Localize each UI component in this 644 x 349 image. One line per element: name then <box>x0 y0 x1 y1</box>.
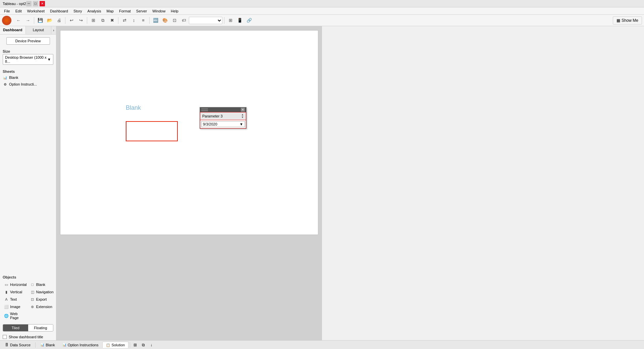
param-dropdown-arrow: ▼ <box>239 122 243 126</box>
menu-dashboard[interactable]: Dashboard <box>47 8 71 14</box>
object-extension-label: Extension <box>36 305 52 309</box>
sort-button[interactable]: ↕ <box>129 16 138 25</box>
selection-box <box>126 121 178 141</box>
menu-format[interactable]: Format <box>116 8 133 14</box>
toolbar-separator-5 <box>149 17 150 24</box>
status-tab-solution[interactable]: 📋 Solution <box>102 342 128 348</box>
object-horizontal[interactable]: ▭ Horizontal <box>3 281 28 288</box>
clear-button[interactable]: ✖ <box>108 16 116 25</box>
menu-worksheet[interactable]: Worksheet <box>24 8 47 14</box>
toolbar: ← → 💾 📂 🖨 ↩ ↪ ⊞ ⧉ ✖ ⇄ ↕ ≡ 🔤 🎨 ⊡ 🏷 ⊞ 📱 🔗 … <box>0 15 644 26</box>
print-button[interactable]: 🖨 <box>55 16 63 25</box>
size-btn2[interactable]: ⊡ <box>170 16 179 25</box>
color-button[interactable]: 🎨 <box>161 16 169 25</box>
dashboard-canvas: Blank ✕ Parameter 3 ▲ ▼ <box>60 30 318 235</box>
param-header: Parameter 3 ▲ ▼ <box>200 112 246 120</box>
param-down-arrow[interactable]: ▼ <box>241 116 244 119</box>
object-extension[interactable]: ⊕ Extension <box>29 303 55 310</box>
menu-map[interactable]: Map <box>104 8 116 14</box>
grip-line-3 <box>201 111 208 111</box>
object-export-label: Export <box>36 297 47 301</box>
forward-button[interactable]: → <box>23 16 32 25</box>
device-button[interactable]: 📱 <box>235 16 244 25</box>
object-navigation[interactable]: ◫ Navigation <box>29 289 55 295</box>
size-dropdown-arrow: ▼ <box>47 57 51 61</box>
tab-dashboard[interactable]: Dashboard <box>0 26 26 34</box>
mark-type-select[interactable] <box>189 17 222 24</box>
new-sheet-button[interactable]: ⊞ <box>131 341 139 349</box>
label-btn[interactable]: 🏷 <box>179 16 188 25</box>
status-bar: 🗄 Data Source 📊 Blank 📊 Option Instructi… <box>0 340 644 349</box>
object-webpage[interactable]: 🌐 Web Page <box>3 311 28 321</box>
status-tab-datasource[interactable]: 🗄 Data Source <box>1 342 34 348</box>
open-button[interactable]: 📂 <box>45 16 54 25</box>
show-dashboard-title-row: Show dashboard title <box>0 334 56 340</box>
param-arrows[interactable]: ▲ ▼ <box>241 113 244 119</box>
sheets-section-label: Sheets <box>0 67 56 74</box>
undo-button[interactable]: ↩ <box>67 16 76 25</box>
close-button[interactable]: ✕ <box>40 1 45 6</box>
menu-edit[interactable]: Edit <box>13 8 24 14</box>
toolbar-separator-6 <box>224 17 224 24</box>
canvas-area: Blank ✕ Parameter 3 ▲ ▼ <box>56 26 322 340</box>
tab-layout[interactable]: Layout <box>26 26 52 34</box>
title-bar-text: Tableau - opt2 <box>3 2 26 6</box>
duplicate-button[interactable]: ⧉ <box>98 16 107 25</box>
sheet-item-blank[interactable]: 📊 Blank <box>0 74 56 81</box>
object-vertical[interactable]: ▮ Vertical <box>3 289 28 295</box>
status-tab-blank[interactable]: 📊 Blank <box>37 342 58 348</box>
new-datasource-button[interactable]: ⊞ <box>89 16 98 25</box>
param-value-dropdown[interactable]: 9/3/2020 ▼ <box>201 121 245 127</box>
status-tab-option-instructions[interactable]: 📊 Option Instructions <box>59 342 102 348</box>
main-layout: Dashboard Layout › Device Preview Size D… <box>0 26 644 340</box>
filter-button[interactable]: ≡ <box>139 16 148 25</box>
panel-tab-arrow[interactable]: › <box>51 26 56 34</box>
menu-story[interactable]: Story <box>71 8 85 14</box>
param-close-button[interactable]: ✕ <box>241 108 245 112</box>
show-me-button[interactable]: ▦ Show Me <box>613 16 642 24</box>
maximize-button[interactable]: □ <box>33 1 38 6</box>
redo-button[interactable]: ↪ <box>76 16 85 25</box>
fit-button[interactable]: ⊞ <box>226 16 235 25</box>
tiled-button[interactable]: Tiled <box>3 325 28 331</box>
show-me-icon: ▦ <box>616 18 620 23</box>
option-tab-icon: 📊 <box>62 343 66 347</box>
object-image[interactable]: ⬜ Image <box>3 303 28 310</box>
sheet-sort-button[interactable]: ↓ <box>148 341 155 349</box>
menu-file[interactable]: File <box>1 8 13 14</box>
menu-help[interactable]: Help <box>168 8 181 14</box>
minimize-button[interactable]: ─ <box>26 1 32 6</box>
size-dropdown[interactable]: Desktop Browser (1000 x 8... ▼ <box>3 54 53 65</box>
show-dashboard-title-checkbox[interactable] <box>3 335 7 339</box>
menu-window[interactable]: Window <box>150 8 168 14</box>
sheet-label-option: Option Instructi... <box>9 82 37 86</box>
param-drag-handle[interactable] <box>201 108 208 111</box>
object-vertical-label: Vertical <box>10 290 22 294</box>
blank-canvas-label: Blank <box>126 104 141 111</box>
toolbar-separator-4 <box>118 17 118 24</box>
share-button[interactable]: 🔗 <box>245 16 254 25</box>
sheet-item-option-instructions[interactable]: ⚙ Option Instructi... <box>0 81 56 88</box>
text-icon: A <box>4 297 9 302</box>
object-text[interactable]: A Text <box>3 296 28 303</box>
parameter-widget[interactable]: ✕ Parameter 3 ▲ ▼ 9/3/2020 ▼ <box>200 107 247 129</box>
object-blank[interactable]: □ Blank <box>29 281 55 288</box>
back-button[interactable]: ← <box>14 16 23 25</box>
param-title: Parameter 3 <box>202 114 223 118</box>
mark-type-button[interactable]: 🔤 <box>151 16 160 25</box>
device-preview-button[interactable]: Device Preview <box>6 37 50 45</box>
export-icon: ⊡ <box>30 297 35 302</box>
duplicate-sheet-button[interactable]: ⧉ <box>140 341 147 349</box>
object-webpage-label: Web Page <box>10 312 27 320</box>
object-horizontal-label: Horizontal <box>10 283 27 287</box>
save-button[interactable]: 💾 <box>36 16 45 25</box>
menu-server[interactable]: Server <box>133 8 150 14</box>
toolbar-separator-3 <box>87 17 87 24</box>
swap-button[interactable]: ⇄ <box>120 16 129 25</box>
menu-analysis[interactable]: Analysis <box>85 8 104 14</box>
object-text-label: Text <box>10 297 17 301</box>
size-value: Desktop Browser (1000 x 8... <box>5 55 47 63</box>
objects-section-label: Objects <box>0 273 56 280</box>
object-export[interactable]: ⊡ Export <box>29 296 55 303</box>
floating-button[interactable]: Floating <box>28 325 53 331</box>
